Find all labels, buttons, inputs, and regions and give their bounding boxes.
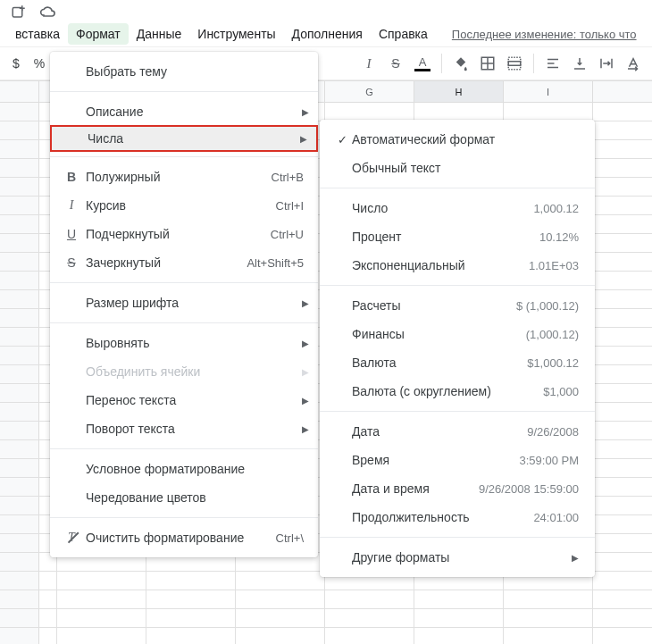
fmt-duration[interactable]: Продолжительность24:01:00 bbox=[320, 503, 595, 531]
cell[interactable] bbox=[414, 609, 504, 627]
cell[interactable] bbox=[146, 609, 236, 627]
italic-button[interactable]: I bbox=[357, 52, 380, 75]
cell[interactable] bbox=[325, 103, 414, 121]
cell[interactable] bbox=[414, 103, 504, 121]
menu-align[interactable]: Выровнять▶ bbox=[50, 329, 318, 357]
row-header[interactable] bbox=[0, 628, 39, 644]
row-header[interactable] bbox=[0, 197, 39, 214]
cell[interactable] bbox=[504, 628, 593, 644]
row-header[interactable] bbox=[0, 121, 39, 139]
fmt-datetime[interactable]: Дата и время9/26/2008 15:59:00 bbox=[320, 474, 595, 503]
menu-strikethrough[interactable]: SЗачеркнутыйAlt+Shift+5 bbox=[50, 248, 318, 277]
row-header[interactable] bbox=[0, 140, 39, 158]
menu-tools[interactable]: Инструменты bbox=[189, 23, 283, 45]
strikethrough-button[interactable]: S bbox=[384, 52, 407, 75]
fmt-financial[interactable]: Финансы(1,000.12) bbox=[320, 320, 595, 348]
last-edit-link[interactable]: Последнее изменение: только что bbox=[452, 28, 637, 41]
cell[interactable] bbox=[236, 572, 325, 590]
cell[interactable] bbox=[39, 572, 57, 590]
cell[interactable] bbox=[57, 609, 146, 627]
cell[interactable] bbox=[504, 609, 593, 627]
row-header[interactable] bbox=[0, 515, 39, 533]
menu-data[interactable]: Данные bbox=[129, 23, 190, 45]
row-header[interactable] bbox=[0, 290, 39, 308]
cell[interactable] bbox=[39, 609, 57, 627]
cell[interactable] bbox=[504, 590, 593, 608]
menu-underline[interactable]: UПодчеркнутыйCtrl+U bbox=[50, 220, 318, 248]
percent-format-button[interactable]: % bbox=[29, 56, 50, 71]
horizontal-align-button[interactable] bbox=[541, 52, 564, 75]
cell[interactable] bbox=[39, 590, 57, 608]
cloud-saved-icon[interactable] bbox=[39, 4, 57, 19]
menu-text-wrap[interactable]: Перенос текста▶ bbox=[50, 386, 318, 414]
column-header[interactable]: G bbox=[325, 81, 414, 102]
menu-alternating-colors[interactable]: Чередование цветов bbox=[50, 483, 318, 512]
fmt-time[interactable]: Время3:59:00 PM bbox=[320, 446, 595, 474]
fmt-automatic[interactable]: ✓Автоматический формат bbox=[320, 125, 595, 154]
row-header[interactable] bbox=[0, 178, 39, 196]
menu-italic[interactable]: IКурсивCtrl+I bbox=[50, 191, 318, 220]
row-header[interactable] bbox=[0, 572, 39, 590]
fmt-number[interactable]: Число1,000.12 bbox=[320, 194, 595, 222]
fmt-currency[interactable]: Валюта$1,000.12 bbox=[320, 348, 595, 377]
cell[interactable] bbox=[146, 628, 236, 644]
row-header[interactable] bbox=[0, 497, 39, 514]
column-header[interactable]: H bbox=[414, 81, 504, 102]
menu-bold[interactable]: BПолужирныйCtrl+B bbox=[50, 163, 318, 191]
merge-cells-button[interactable] bbox=[503, 52, 526, 75]
cell[interactable] bbox=[146, 572, 236, 590]
menu-text-rotation[interactable]: Поворот текста▶ bbox=[50, 414, 318, 443]
fmt-currency-rounded[interactable]: Валюта (с округлением)$1,000 bbox=[320, 377, 595, 406]
cell[interactable] bbox=[57, 628, 146, 644]
menu-numbers[interactable]: Числа▶ bbox=[50, 125, 318, 152]
row-header[interactable] bbox=[0, 459, 39, 477]
fmt-plain-text[interactable]: Обычный текст bbox=[320, 154, 595, 182]
row-header[interactable] bbox=[0, 309, 39, 327]
borders-button[interactable] bbox=[476, 52, 499, 75]
row-header[interactable] bbox=[0, 272, 39, 289]
cell[interactable] bbox=[236, 590, 325, 608]
fmt-more-formats[interactable]: Другие форматы▶ bbox=[320, 543, 595, 572]
menu-description[interactable]: Описание▶ bbox=[50, 97, 318, 126]
row-header[interactable] bbox=[0, 478, 39, 496]
vertical-align-button[interactable] bbox=[568, 52, 591, 75]
cell[interactable] bbox=[39, 628, 57, 644]
menu-theme[interactable]: Выбрать тему bbox=[50, 57, 318, 86]
row-header[interactable] bbox=[0, 440, 39, 458]
cell[interactable] bbox=[236, 628, 325, 644]
cell[interactable] bbox=[325, 628, 414, 644]
fmt-scientific[interactable]: Экспоненциальный1.01E+03 bbox=[320, 251, 595, 280]
fmt-percent[interactable]: Процент10.12% bbox=[320, 222, 595, 251]
menu-clear-formatting[interactable]: TОчистить форматированиеCtrl+\ bbox=[50, 523, 318, 552]
row-header[interactable] bbox=[0, 534, 39, 552]
row-header[interactable] bbox=[0, 590, 39, 608]
cell[interactable] bbox=[57, 572, 146, 590]
row-header[interactable] bbox=[0, 159, 39, 177]
cell[interactable] bbox=[504, 103, 593, 121]
menu-font-size[interactable]: Размер шрифта▶ bbox=[50, 289, 318, 317]
menu-addons[interactable]: Дополнения bbox=[284, 23, 371, 45]
row-header[interactable] bbox=[0, 553, 39, 571]
text-wrap-button[interactable] bbox=[595, 52, 618, 75]
text-color-button[interactable]: A bbox=[411, 52, 434, 75]
add-to-drive-icon[interactable] bbox=[11, 4, 27, 20]
cell[interactable] bbox=[57, 590, 146, 608]
select-all-corner[interactable] bbox=[0, 81, 39, 102]
cell[interactable] bbox=[236, 609, 325, 627]
fmt-date[interactable]: Дата9/26/2008 bbox=[320, 417, 595, 446]
menu-conditional-formatting[interactable]: Условное форматирование bbox=[50, 455, 318, 483]
row-header[interactable] bbox=[0, 609, 39, 627]
column-header[interactable]: I bbox=[504, 81, 593, 102]
cell[interactable] bbox=[414, 590, 504, 608]
row-header[interactable] bbox=[0, 403, 39, 421]
row-header[interactable] bbox=[0, 215, 39, 233]
fill-color-button[interactable] bbox=[449, 52, 472, 75]
cell[interactable] bbox=[414, 628, 504, 644]
menu-insert[interactable]: вставка bbox=[7, 23, 68, 45]
currency-format-button[interactable]: $ bbox=[7, 56, 25, 71]
cell[interactable] bbox=[146, 590, 236, 608]
row-header[interactable] bbox=[0, 347, 39, 364]
cell[interactable] bbox=[325, 590, 414, 608]
row-header[interactable] bbox=[0, 384, 39, 402]
text-rotation-button[interactable] bbox=[622, 52, 645, 75]
